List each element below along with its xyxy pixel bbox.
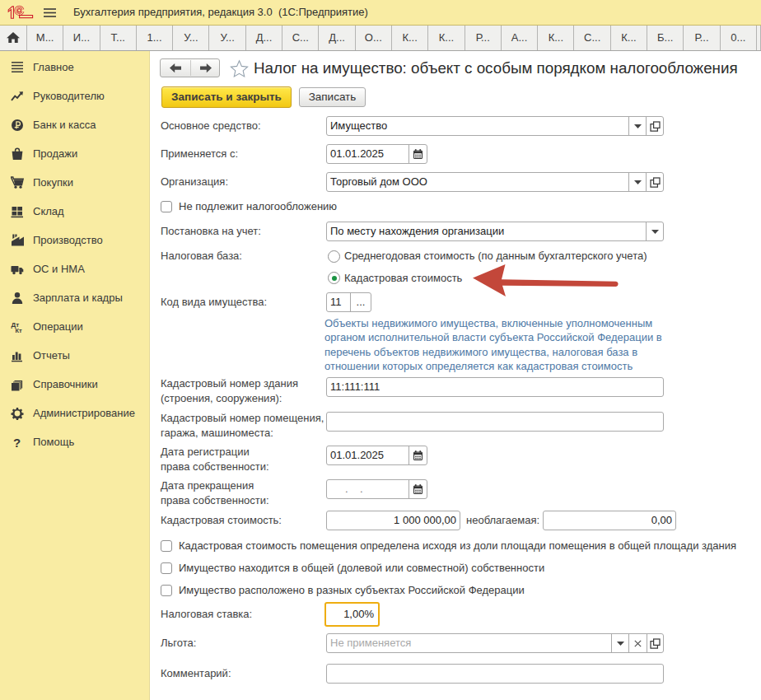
svg-text:Кт: Кт [16,326,23,333]
svg-text:?: ? [13,436,21,449]
